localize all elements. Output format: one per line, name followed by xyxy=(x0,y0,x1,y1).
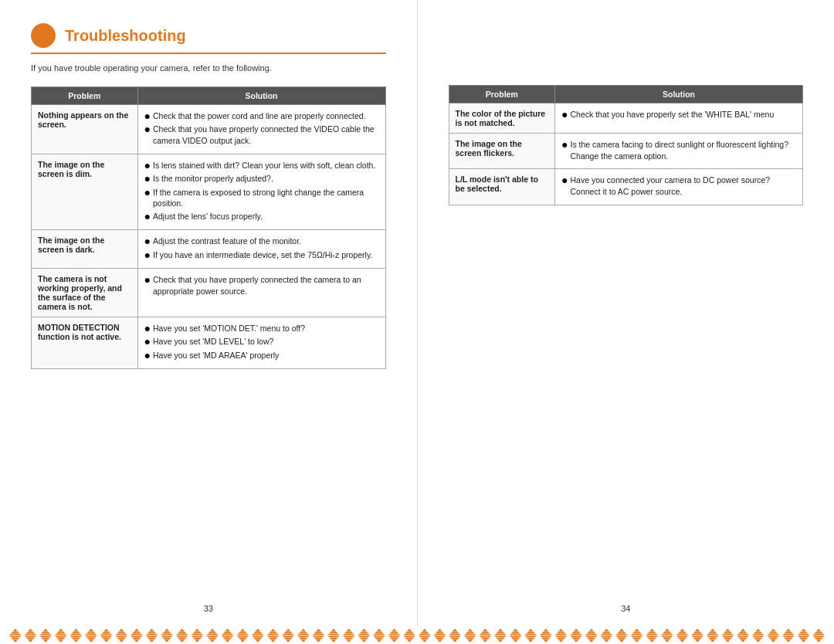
bullet-item: ●Is the monitor properly adjusted?. xyxy=(144,173,379,185)
solution-text: If the camera is exposed to strong light… xyxy=(153,187,378,209)
decorative-bottom-strip xyxy=(0,627,834,644)
bullet-icon: ● xyxy=(144,124,151,135)
problem-cell: Nothing appears on the screen. xyxy=(32,105,138,154)
solution-text: Have you set 'MOTION DET.' menu to off? xyxy=(153,323,305,334)
bullet-item: ●Check that you have properly connected … xyxy=(144,274,379,297)
bullet-icon: ● xyxy=(144,323,151,334)
bullet-icon: ● xyxy=(144,249,151,261)
bullet-item: ●Have you set 'MOTION DET.' menu to off? xyxy=(144,323,379,334)
left-col2-header: Solution xyxy=(137,87,385,105)
bullet-icon: ● xyxy=(144,160,151,171)
table-row: The image on the screen is dim.●Is lens … xyxy=(32,154,386,230)
problem-cell: The image on the screen is dim. xyxy=(32,154,138,230)
solution-text: Is lens stained with dirt? Clean your le… xyxy=(153,160,375,171)
bullet-icon: ● xyxy=(144,110,151,122)
bullet-icon: ● xyxy=(561,109,568,120)
bullet-item: ●Adjust the lens' focus properly. xyxy=(144,211,379,222)
solution-text: Check that the power cord and line are p… xyxy=(153,110,366,122)
bullet-item: ●If you have an intermediate device, set… xyxy=(144,249,379,261)
bullet-item: ●Is the camera facing to direct sunlight… xyxy=(561,139,796,161)
left-col1-header: Problem xyxy=(32,87,138,105)
solution-cell: ●Is lens stained with dirt? Clean your l… xyxy=(137,154,385,230)
table-row: The image on the screen is dark.●Adjust … xyxy=(32,230,386,269)
problem-cell: L/L mode isn't able to be selected. xyxy=(449,169,555,205)
solution-text: Is the monitor properly adjusted?. xyxy=(153,173,273,185)
table-row: The color of the picture is not matched.… xyxy=(449,103,803,134)
bullet-icon: ● xyxy=(561,175,568,186)
bullet-icon: ● xyxy=(144,211,151,222)
solution-text: Check that you have properly connected t… xyxy=(153,124,378,146)
bullet-icon: ● xyxy=(144,274,151,286)
bullet-item: ●If the camera is exposed to strong ligh… xyxy=(144,187,379,209)
solution-text: Have you set 'MD LEVEL' to low? xyxy=(153,336,273,347)
solution-text: Have you set 'MD ARAEA' properly xyxy=(153,350,279,361)
solution-cell: ●Check that the power cord and line are … xyxy=(137,105,385,154)
bullet-item: ●Check that you have properly connected … xyxy=(144,124,379,146)
problem-cell: The camera is not working properly, and … xyxy=(32,269,138,317)
table-row: The image on the screen flickers.●Is the… xyxy=(449,134,803,169)
right-col2-header: Solution xyxy=(555,86,803,103)
page-right: Problem Solution The color of the pictur… xyxy=(418,0,835,644)
header-line xyxy=(31,53,386,54)
left-page-number: 33 xyxy=(204,604,213,613)
solution-cell: ●Check that you have properly connected … xyxy=(137,269,385,317)
bullet-item: ●Check that the power cord and line are … xyxy=(144,110,379,122)
page-left: Troubleshooting If you have trouble oper… xyxy=(0,0,418,644)
bullet-icon: ● xyxy=(144,350,151,361)
solution-text: If you have an intermediate device, set … xyxy=(153,249,372,261)
bullet-icon: ● xyxy=(144,187,151,198)
problem-cell: The color of the picture is not matched. xyxy=(449,103,555,134)
problem-cell: The image on the screen is dark. xyxy=(32,230,138,269)
solution-text: Have you connected your camera to DC pow… xyxy=(571,175,796,197)
bullet-item: ●Have you set 'MD LEVEL' to low? xyxy=(144,336,379,347)
bullet-icon: ● xyxy=(144,336,151,347)
bullet-item: ●Is lens stained with dirt? Clean your l… xyxy=(144,160,379,171)
solution-text: Adjust the lens' focus properly. xyxy=(153,211,263,222)
problem-cell: MOTION DETECTION function is not active. xyxy=(32,317,138,369)
solution-cell: ●Adjust the contrast feature of the moni… xyxy=(137,230,385,269)
table-row: MOTION DETECTION function is not active.… xyxy=(32,317,386,369)
table-row: The camera is not working properly, and … xyxy=(32,269,386,317)
solution-text: Is the camera facing to direct sunlight … xyxy=(571,139,796,161)
bullet-item: ●Adjust the contrast feature of the moni… xyxy=(144,236,379,247)
solution-text: Check that you have properly set the 'WH… xyxy=(571,109,775,120)
header-icon xyxy=(31,23,56,48)
right-col1-header: Problem xyxy=(449,86,555,103)
bullet-item: ●Have you set 'MD ARAEA' properly xyxy=(144,350,379,361)
solution-text: Adjust the contrast feature of the monit… xyxy=(153,236,301,247)
solution-cell: ●Is the camera facing to direct sunlight… xyxy=(555,134,803,169)
solution-cell: ●Have you connected your camera to DC po… xyxy=(555,169,803,205)
bullet-item: ●Check that you have properly set the 'W… xyxy=(561,109,796,120)
svg-rect-7 xyxy=(8,627,826,644)
solution-cell: ●Have you set 'MOTION DET.' menu to off?… xyxy=(137,317,385,369)
right-page-number: 34 xyxy=(621,604,630,613)
bullet-icon: ● xyxy=(561,139,568,151)
bullet-icon: ● xyxy=(144,236,151,247)
table-row: L/L mode isn't able to be selected.●Have… xyxy=(449,169,803,205)
page-title: Troubleshooting xyxy=(65,27,186,45)
page-container: Troubleshooting If you have trouble oper… xyxy=(0,0,834,644)
right-table: Problem Solution The color of the pictur… xyxy=(449,85,804,205)
solution-cell: ●Check that you have properly set the 'W… xyxy=(555,103,803,134)
page-header: Troubleshooting xyxy=(31,23,386,48)
bullet-item: ●Have you connected your camera to DC po… xyxy=(561,175,796,197)
problem-cell: The image on the screen flickers. xyxy=(449,134,555,169)
bullet-icon: ● xyxy=(144,173,151,185)
table-row: Nothing appears on the screen.●Check tha… xyxy=(32,105,386,154)
spread: Troubleshooting If you have trouble oper… xyxy=(0,0,834,644)
intro-text: If you have trouble operating your camer… xyxy=(31,63,386,73)
solution-text: Check that you have properly connected t… xyxy=(153,274,378,297)
left-table: Problem Solution Nothing appears on the … xyxy=(31,86,386,369)
